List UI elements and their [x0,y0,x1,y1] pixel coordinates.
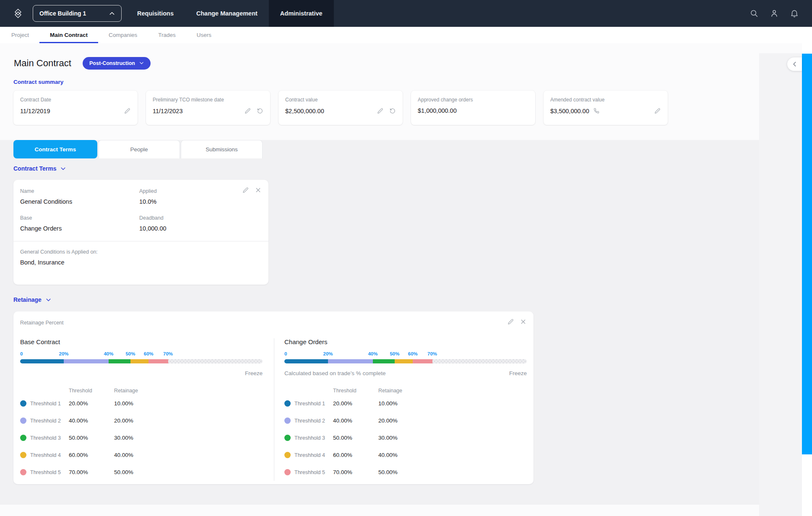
threshold-color-dot [20,469,26,475]
status-label: Post-Construction [89,60,135,66]
contract-summary-heading: Contract summary [13,79,812,85]
subnav-item-project[interactable]: Project [1,27,39,43]
table-row: Threshhold 5 70.00% 50.00% [284,464,527,481]
project-selector[interactable]: Office Building 1 [33,5,122,22]
name-label: Name [20,188,139,194]
threshold-color-dot [284,452,291,458]
retainage-value: 10.00% [378,400,527,407]
summary-card-contract-date: Contract Date 11/12/2019 [13,91,138,125]
page-title: Main Contract [14,58,71,69]
chevron-down-icon [46,297,51,303]
status-dropdown[interactable]: Post-Construction [83,57,151,70]
subnav-item-companies[interactable]: Companies [98,27,148,43]
table-row: Threshhold 4 60.00% 40.00% [284,446,527,464]
retainage-progress-bar [284,359,527,363]
table-row: Threshhold 1 20.00% 10.00% [20,395,263,412]
bar-segment-5 [413,359,432,363]
card-label: Contract value [285,97,396,103]
user-icon[interactable] [770,9,779,18]
threshold-table: Threshold Retainage Threshhold 1 20.00% … [20,386,263,481]
bell-icon[interactable] [790,9,799,18]
edit-icon[interactable] [124,107,131,114]
threshold-color-dot [284,400,291,407]
column-title: Base Contract [20,338,263,345]
retainage-percent-label: Retainage Percent [20,320,527,326]
retainage-progress-bar [20,359,263,363]
contract-terms-card: Name General Conditions Applied 10.0% Ba… [13,180,268,285]
applied-on-label: General Conditions is Applied on: [20,249,262,255]
card-value: $2,500,000.00 [285,108,324,114]
history-icon[interactable] [389,107,396,114]
threshold-row-label: Threshhold 3 [30,435,69,441]
threshold-color-dot [20,435,26,441]
tick-label: 50% [125,351,135,356]
close-icon[interactable] [255,187,262,194]
bar-segment-2 [64,359,109,363]
threshold-row-label: Threshhold 2 [30,418,69,424]
phone-icon [593,107,600,114]
card-label: Contract Date [20,97,131,103]
retainage-value: 30.00% [114,435,263,441]
card-label: Preliminary TCO milestone date [153,97,263,103]
threshold-value: 60.00% [333,452,378,458]
contract-terms-heading-label: Contract Terms [13,165,56,172]
edit-icon[interactable] [377,107,384,114]
tick-label: 0 [20,351,23,356]
edit-icon[interactable] [654,107,661,114]
summary-card-contract-value: Contract value $2,500,000.00 [278,91,403,125]
chevron-up-icon [109,10,115,16]
bar-segment-remainder [168,359,263,363]
retainage-heading-label: Retainage [13,296,42,303]
edit-icon[interactable] [242,187,249,194]
retainage-value: 50.00% [114,469,263,475]
summary-cards: Contract Date 11/12/2019 Preliminary TCO… [13,91,812,125]
retainage-section-heading[interactable]: Retainage [13,296,812,303]
threshold-value: 70.00% [333,469,378,475]
retainage-value: 20.00% [378,417,527,424]
threshold-row-label: Threshhold 2 [294,418,333,424]
chevron-down-icon [60,166,66,171]
threshold-row-label: Threshhold 3 [294,435,333,441]
chevron-down-icon [139,61,144,65]
scrollbar-thumb[interactable] [802,54,812,454]
history-icon[interactable] [256,107,263,114]
nav-item-requisitions[interactable]: Requisitions [126,0,185,27]
card-label: Amended contract value [550,97,661,103]
threshold-table: Threshold Retainage Threshhold 1 20.00% … [284,386,527,481]
bar-segment-4 [130,359,148,363]
tab-contract-terms[interactable]: Contract Terms [13,140,97,158]
contract-terms-section-heading[interactable]: Contract Terms [13,165,812,172]
threshold-color-dot [20,400,26,407]
card-label: Approved change orders [418,97,528,103]
edit-icon[interactable] [244,107,251,114]
tab-people[interactable]: People [98,140,180,158]
table-row: Threshhold 1 20.00% 10.00% [284,395,527,412]
subnav-item-users[interactable]: Users [186,27,222,43]
nav-item-administrative[interactable]: Administrative [269,0,334,27]
table-row: Threshhold 3 50.00% 30.00% [284,429,527,446]
scrollbar-track[interactable] [802,27,812,516]
nav-item-change-management[interactable]: Change Management [185,0,269,27]
threshold-row-label: Threshhold 5 [30,469,69,475]
summary-card-tco-date: Preliminary TCO milestone date 11/12/202… [146,91,270,125]
close-icon[interactable] [520,318,527,325]
threshold-value: 50.00% [333,435,378,441]
contract-detail-section: Contract Terms People Submissions Contra… [0,140,812,505]
page-body: Main Contract Post-Construction Contract… [0,43,812,505]
tab-submissions[interactable]: Submissions [181,140,263,158]
deadband-label: Deadband [139,215,262,221]
threshold-row-label: Threshhold 4 [30,452,69,458]
subnav-item-main-contract[interactable]: Main Contract [39,27,98,43]
edit-icon[interactable] [507,318,514,325]
search-icon[interactable] [750,9,759,18]
threshold-value: 60.00% [69,452,114,458]
collapsed-side-panel [759,53,802,516]
subnav-item-trades[interactable]: Trades [148,27,186,43]
base-label: Base [20,215,139,221]
threshold-value: 40.00% [69,417,114,424]
retainage-card: Retainage Percent Base Contract 0 20% 40… [13,311,534,484]
threshold-color-dot [20,417,26,424]
threshold-color-dot [20,452,26,458]
panel-collapse-button[interactable] [787,57,802,71]
threshold-column-header: Threshold [69,388,114,394]
